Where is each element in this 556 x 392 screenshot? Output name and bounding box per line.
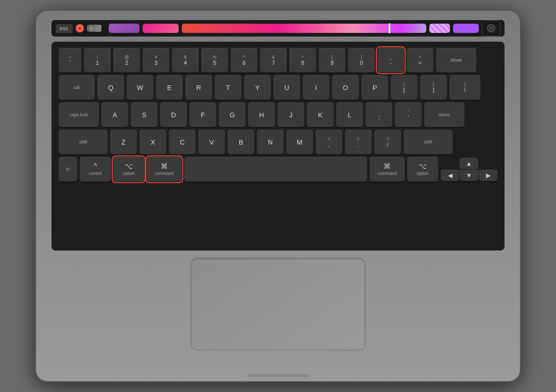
trackpad[interactable] <box>190 258 366 350</box>
row-bottom: fn ^ control ⌥ option ⌘ command ⌘ comman… <box>59 157 497 182</box>
key-c[interactable]: C <box>169 130 196 154</box>
key-x[interactable]: X <box>140 130 166 154</box>
key-b[interactable]: B <box>228 130 254 154</box>
key-command-right[interactable]: ⌘ command <box>370 157 405 182</box>
tb-checker-widget <box>429 24 450 33</box>
key-h[interactable]: H <box>248 102 275 127</box>
key-0[interactable]: )0 <box>348 48 375 73</box>
key-quote[interactable]: "' <box>395 102 422 127</box>
key-6[interactable]: ^6 <box>231 48 257 73</box>
key-g[interactable]: G <box>219 102 246 127</box>
laptop-bottom-notch <box>247 374 309 377</box>
key-z[interactable]: Z <box>110 130 137 154</box>
key-shift-left[interactable]: shift <box>59 130 108 154</box>
key-k[interactable]: K <box>307 102 334 127</box>
row-asdf: caps lock A S D F G H J K L :; "' return <box>59 102 497 127</box>
key-u[interactable]: U <box>273 75 300 100</box>
key-arrow-up[interactable]: ▲ <box>460 158 478 169</box>
key-5[interactable]: %5 <box>201 48 228 73</box>
key-y[interactable]: Y <box>244 75 271 100</box>
key-arrow-left[interactable]: ◀ <box>441 170 459 181</box>
keyboard-area: ~` !1 @2 #3 $4 %5 ^6 &7 <box>51 42 505 251</box>
touch-id-button[interactable] <box>482 20 500 37</box>
key-fn[interactable]: fn <box>59 157 77 182</box>
row-zxcv: shift Z X C V B N M <, >. ?/ shift <box>59 130 497 154</box>
svg-marker-1 <box>90 25 94 32</box>
key-period[interactable]: >. <box>345 130 372 154</box>
key-9[interactable]: (9 <box>319 48 345 73</box>
key-semicolon[interactable]: :; <box>366 102 392 127</box>
key-delete[interactable]: delete <box>436 48 476 73</box>
key-e[interactable]: E <box>156 75 183 100</box>
key-s[interactable]: S <box>131 102 158 127</box>
key-v[interactable]: V <box>198 130 225 154</box>
key-open-bracket[interactable]: {[ <box>391 75 418 100</box>
key-arrow-right[interactable]: ▶ <box>479 170 497 181</box>
key-comma[interactable]: <, <box>316 130 342 154</box>
esc-key[interactable]: esc <box>56 24 73 33</box>
key-8[interactable]: *8 <box>289 48 316 73</box>
key-backslash[interactable]: |\ <box>449 75 480 100</box>
key-7[interactable]: &7 <box>260 48 287 73</box>
tb-pink-widget <box>143 24 179 33</box>
key-i[interactable]: I <box>303 75 329 100</box>
svg-point-3 <box>489 26 493 30</box>
key-n[interactable]: N <box>257 130 284 154</box>
tb-purple-widget <box>109 24 140 33</box>
tb-gradient-slider[interactable] <box>182 24 426 33</box>
key-r[interactable]: R <box>185 75 212 100</box>
tb-close-icon: ✕ <box>76 24 84 32</box>
key-p[interactable]: P <box>361 75 388 100</box>
svg-point-2 <box>488 25 495 32</box>
key-f[interactable]: F <box>189 102 216 127</box>
key-2[interactable]: @2 <box>113 48 140 73</box>
row-qwerty: tab Q W E R T Y U I O P {[ }] |\ <box>59 75 497 100</box>
key-d[interactable]: D <box>160 102 187 127</box>
key-space[interactable] <box>184 157 367 182</box>
key-tilde[interactable]: ~` <box>59 48 81 73</box>
svg-rect-0 <box>87 27 90 30</box>
key-slash[interactable]: ?/ <box>374 130 401 154</box>
key-a[interactable]: A <box>101 102 128 127</box>
key-3[interactable]: #3 <box>143 48 169 73</box>
tb-violet-widget <box>453 24 479 33</box>
key-control[interactable]: ^ control <box>80 157 111 182</box>
key-q[interactable]: Q <box>97 75 124 100</box>
row-numbers: ~` !1 @2 #3 $4 %5 ^6 &7 <box>59 48 497 73</box>
key-o[interactable]: O <box>332 75 359 100</box>
key-minus[interactable]: _- <box>377 48 404 73</box>
key-1[interactable]: !1 <box>84 48 111 73</box>
key-return[interactable]: return <box>424 102 464 127</box>
key-close-bracket[interactable]: }] <box>420 75 447 100</box>
key-t[interactable]: T <box>215 75 241 100</box>
key-shift-right[interactable]: shift <box>404 130 453 154</box>
laptop-body: esc ✕ <box>36 11 520 381</box>
key-w[interactable]: W <box>127 75 153 100</box>
key-j[interactable]: J <box>277 102 304 127</box>
key-tab[interactable]: tab <box>59 75 95 100</box>
tb-volume-bar <box>87 25 101 32</box>
key-l[interactable]: L <box>336 102 363 127</box>
key-equals[interactable]: += <box>407 48 433 73</box>
key-m[interactable]: M <box>286 130 313 154</box>
key-command-left[interactable]: ⌘ command <box>147 157 182 182</box>
touch-bar: esc ✕ <box>51 20 505 37</box>
key-4[interactable]: $4 <box>172 48 199 73</box>
key-option-left[interactable]: ⌥ option <box>113 157 144 182</box>
key-caps-lock[interactable]: caps lock <box>59 102 99 127</box>
key-option-right[interactable]: ⌥ option <box>407 157 438 182</box>
svg-point-4 <box>490 27 492 29</box>
key-arrow-down[interactable]: ▼ <box>460 170 478 181</box>
